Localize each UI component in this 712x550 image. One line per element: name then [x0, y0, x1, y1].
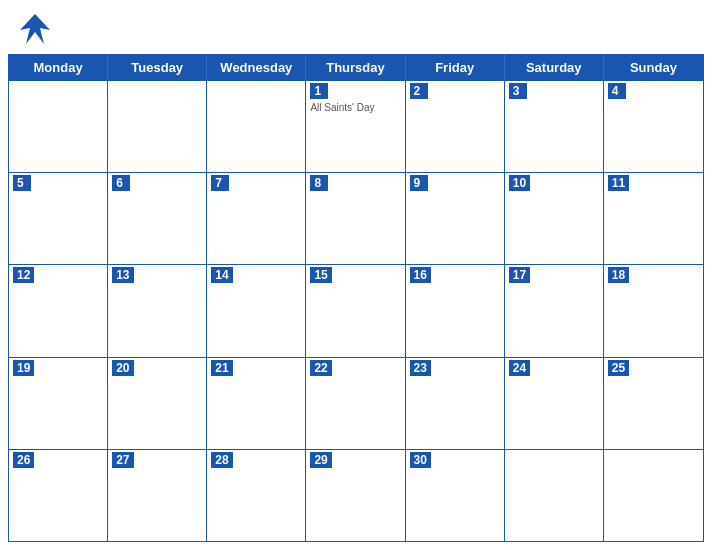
calendar-cell: 24: [505, 358, 604, 449]
cell-date-number: 4: [608, 83, 626, 99]
calendar-cell: 6: [108, 173, 207, 264]
calendar-cell: 10: [505, 173, 604, 264]
cell-date-number: 12: [13, 267, 34, 283]
cell-date-number: 16: [410, 267, 431, 283]
calendar-cell: 23: [406, 358, 505, 449]
cell-date-number: 23: [410, 360, 431, 376]
cell-date-number: 22: [310, 360, 331, 376]
cell-date-number: 24: [509, 360, 530, 376]
cell-event: All Saints' Day: [310, 102, 400, 113]
cell-date-number: 29: [310, 452, 331, 468]
calendar-cell: 25: [604, 358, 703, 449]
calendar: MondayTuesdayWednesdayThursdayFridaySatu…: [8, 54, 704, 542]
calendar-cell: [604, 450, 703, 541]
calendar-cell: 5: [9, 173, 108, 264]
calendar-cell: 15: [306, 265, 405, 356]
calendar-cell: 18: [604, 265, 703, 356]
calendar-cell: 27: [108, 450, 207, 541]
cell-date-number: 13: [112, 267, 133, 283]
calendar-cell: 12: [9, 265, 108, 356]
calendar-page: MondayTuesdayWednesdayThursdayFridaySatu…: [0, 0, 712, 550]
cell-date-number: 6: [112, 175, 130, 191]
calendar-cell: [505, 450, 604, 541]
cell-date-number: 11: [608, 175, 629, 191]
calendar-week-3: 12131415161718: [9, 264, 703, 356]
calendar-cell: 26: [9, 450, 108, 541]
day-header-friday: Friday: [406, 55, 505, 80]
cell-date-number: 15: [310, 267, 331, 283]
calendar-cell: 1All Saints' Day: [306, 81, 405, 172]
svg-marker-0: [20, 14, 50, 44]
calendar-cell: 11: [604, 173, 703, 264]
calendar-cell: 20: [108, 358, 207, 449]
calendar-header: MondayTuesdayWednesdayThursdayFridaySatu…: [9, 55, 703, 80]
cell-date-number: 14: [211, 267, 232, 283]
calendar-cell: 3: [505, 81, 604, 172]
cell-date-number: 27: [112, 452, 133, 468]
cell-date-number: 20: [112, 360, 133, 376]
cell-date-number: 9: [410, 175, 428, 191]
calendar-cell: 30: [406, 450, 505, 541]
cell-date-number: 28: [211, 452, 232, 468]
day-header-monday: Monday: [9, 55, 108, 80]
calendar-cell: 13: [108, 265, 207, 356]
calendar-cell: 22: [306, 358, 405, 449]
calendar-week-4: 19202122232425: [9, 357, 703, 449]
calendar-cell: [207, 81, 306, 172]
cell-date-number: 7: [211, 175, 229, 191]
calendar-cell: 9: [406, 173, 505, 264]
calendar-cell: 2: [406, 81, 505, 172]
day-header-saturday: Saturday: [505, 55, 604, 80]
day-header-thursday: Thursday: [306, 55, 405, 80]
cell-date-number: 3: [509, 83, 527, 99]
cell-date-number: 2: [410, 83, 428, 99]
cell-date-number: 19: [13, 360, 34, 376]
calendar-body: 1All Saints' Day234567891011121314151617…: [9, 80, 703, 541]
header: [0, 0, 712, 54]
calendar-cell: 8: [306, 173, 405, 264]
calendar-cell: 7: [207, 173, 306, 264]
calendar-cell: [108, 81, 207, 172]
calendar-cell: 16: [406, 265, 505, 356]
calendar-week-2: 567891011: [9, 172, 703, 264]
logo: [16, 10, 58, 48]
cell-date-number: 5: [13, 175, 31, 191]
cell-date-number: 17: [509, 267, 530, 283]
calendar-week-5: 2627282930: [9, 449, 703, 541]
calendar-cell: 19: [9, 358, 108, 449]
calendar-cell: 4: [604, 81, 703, 172]
calendar-cell: [9, 81, 108, 172]
day-header-wednesday: Wednesday: [207, 55, 306, 80]
calendar-cell: 28: [207, 450, 306, 541]
calendar-cell: 21: [207, 358, 306, 449]
day-header-tuesday: Tuesday: [108, 55, 207, 80]
calendar-cell: 29: [306, 450, 405, 541]
cell-date-number: 21: [211, 360, 232, 376]
day-header-sunday: Sunday: [604, 55, 703, 80]
calendar-week-1: 1All Saints' Day234: [9, 80, 703, 172]
cell-date-number: 25: [608, 360, 629, 376]
cell-date-number: 1: [310, 83, 328, 99]
cell-date-number: 18: [608, 267, 629, 283]
cell-date-number: 26: [13, 452, 34, 468]
cell-date-number: 10: [509, 175, 530, 191]
cell-date-number: 30: [410, 452, 431, 468]
calendar-cell: 17: [505, 265, 604, 356]
logo-icon: [16, 10, 54, 48]
calendar-cell: 14: [207, 265, 306, 356]
cell-date-number: 8: [310, 175, 328, 191]
